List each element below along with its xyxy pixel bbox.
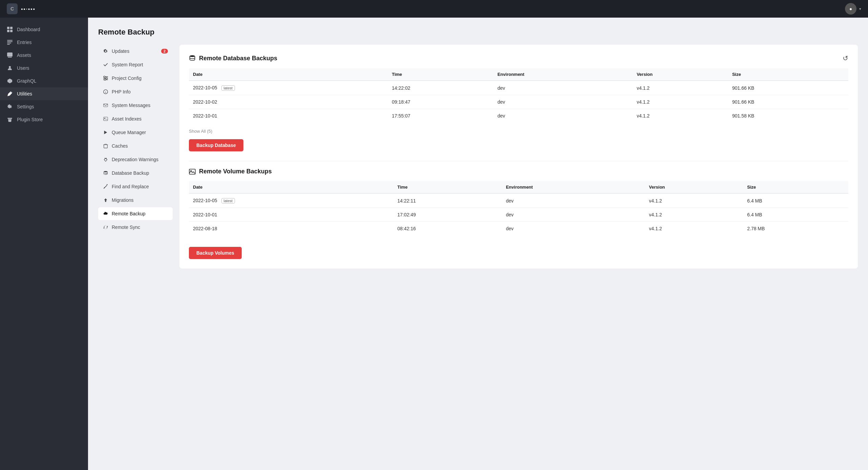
db-row-time: 09:18:47	[388, 95, 493, 109]
vol-col-version: Version	[645, 181, 743, 193]
subnav-item-project-config[interactable]: Project Config	[98, 72, 173, 85]
sidebar-label-graphql: GraphQL	[17, 78, 37, 84]
svg-rect-20	[104, 104, 108, 107]
check-icon	[103, 62, 108, 67]
subnav-item-caches[interactable]: Caches	[98, 140, 173, 152]
db-row-env: dev	[493, 81, 632, 95]
subnav-label-migrations: Migrations	[112, 197, 134, 203]
bug-icon	[103, 157, 108, 162]
refresh-icon[interactable]: ↺	[843, 54, 848, 62]
svg-point-26	[105, 158, 106, 159]
subnav-item-migrations[interactable]: Migrations	[98, 194, 173, 207]
db-show-all-link[interactable]: Show All (5)	[189, 129, 212, 134]
subnav-item-queue-manager[interactable]: Queue Manager	[98, 126, 173, 139]
db-row-time: 14:22:02	[388, 81, 493, 95]
subnav-item-deprecation-warnings[interactable]: Deprecation Warnings	[98, 153, 173, 166]
app-brand: ▪▪·▪▪▪	[21, 6, 36, 12]
sidebar-item-assets[interactable]: Assets	[0, 49, 88, 62]
subnav-label-asset-indexes: Asset Indexes	[112, 116, 142, 122]
gear-icon	[103, 48, 108, 54]
sidebar-label-dashboard: Dashboard	[17, 27, 40, 32]
envelope-icon	[103, 103, 108, 108]
svg-rect-24	[104, 145, 108, 148]
vol-row-time: 14:22:11	[393, 193, 502, 208]
subnav-item-remote-backup[interactable]: Remote Backup	[98, 207, 173, 220]
subnav-label-php-info: PHP Info	[112, 89, 131, 94]
subnav-item-system-messages[interactable]: System Messages	[98, 99, 173, 112]
sidebar-item-entries[interactable]: Entries	[0, 36, 88, 49]
main-content: Remote Backup Updates 2 System Report	[88, 18, 868, 470]
vol-table-row: 2022-10-05 latest 14:22:11 dev v4.1.2 6.…	[189, 193, 848, 208]
vol-row-time: 17:02:49	[393, 208, 502, 222]
subnav-label-updates: Updates	[112, 48, 129, 54]
app-logo: C	[7, 3, 18, 14]
svg-marker-35	[104, 198, 107, 202]
vol-section-title: Remote Volume Backups	[189, 168, 272, 175]
svg-rect-3	[10, 30, 13, 32]
cloud-icon	[103, 211, 108, 216]
subnav-item-php-info[interactable]: i PHP Info	[98, 85, 173, 98]
vol-col-time: Time	[393, 181, 502, 193]
sidebar-item-users[interactable]: Users	[0, 62, 88, 74]
vol-section-header: Remote Volume Backups	[189, 168, 848, 175]
subnav-label-database-backup: Database Backup	[112, 170, 149, 176]
sidebar-item-utilities[interactable]: Utilities	[0, 87, 88, 100]
sidebar-label-users: Users	[17, 65, 29, 71]
subnav-item-database-backup[interactable]: Database Backup	[98, 167, 173, 179]
db-row-date: 2022-10-01	[189, 109, 388, 123]
svg-point-16	[106, 78, 107, 79]
backup-database-button[interactable]: Backup Database	[189, 139, 243, 151]
info-icon: i	[103, 89, 108, 94]
topbar: C ▪▪·▪▪▪ ● ▾	[0, 0, 868, 18]
sidebar-item-dashboard[interactable]: Dashboard	[0, 23, 88, 36]
plugin-store-icon	[7, 116, 13, 123]
page-title: Remote Backup	[98, 28, 858, 37]
subnav-label-system-report: System Report	[112, 62, 143, 67]
sliders-icon	[103, 76, 108, 81]
sidebar-item-graphql[interactable]: GraphQL	[0, 74, 88, 87]
db-table-row: 2022-10-05 latest 14:22:02 dev v4.1.2 90…	[189, 81, 848, 95]
subnav-item-updates[interactable]: Updates 2	[98, 45, 173, 58]
svg-point-31	[104, 171, 108, 172]
vol-table-row: 2022-08-18 08:42:16 dev v4.1.2 2.78 MB	[189, 222, 848, 236]
subnav-item-find-replace[interactable]: Find and Replace	[98, 180, 173, 193]
db-table-row: 2022-10-01 17:55:07 dev v4.1.2 901.58 KB	[189, 109, 848, 123]
vol-row-date: 2022-10-05 latest	[189, 193, 393, 208]
subnav-label-project-config: Project Config	[112, 76, 142, 81]
trash-icon	[103, 143, 108, 149]
vol-col-env: Environment	[502, 181, 645, 193]
sidebar-label-utilities: Utilities	[17, 91, 32, 97]
db-col-env: Environment	[493, 68, 632, 81]
svg-rect-7	[7, 44, 10, 45]
svg-rect-2	[7, 30, 9, 32]
vol-table-row: 2022-10-01 17:02:49 dev v4.1.2 6.4 MB	[189, 208, 848, 222]
sidebar-label-settings: Settings	[17, 104, 34, 109]
vol-row-size: 6.4 MB	[743, 208, 848, 222]
backup-volumes-button[interactable]: Backup Volumes	[189, 247, 242, 259]
vol-row-date: 2022-10-01	[189, 208, 393, 222]
db-row-version: v4.1.2	[633, 81, 728, 95]
svg-rect-21	[104, 117, 108, 121]
main-card: Remote Database Backups ↺ Date Time Envi…	[179, 45, 858, 269]
db-col-time: Time	[388, 68, 493, 81]
sidebar-item-plugin-store[interactable]: Plugin Store	[0, 113, 88, 126]
db-table-row: 2022-10-02 09:18:47 dev v4.1.2 901.66 KB	[189, 95, 848, 109]
db-row-env: dev	[493, 109, 632, 123]
svg-rect-0	[7, 27, 9, 29]
svg-point-27	[106, 158, 107, 159]
vol-row-size: 2.78 MB	[743, 222, 848, 236]
svg-rect-8	[7, 52, 13, 57]
avatar-chevron-icon[interactable]: ▾	[859, 7, 861, 11]
svg-rect-4	[7, 40, 13, 41]
svg-rect-1	[10, 27, 13, 29]
subnav-item-system-report[interactable]: System Report	[98, 58, 173, 71]
sidebar-label-plugin-store: Plugin Store	[17, 117, 43, 122]
subnav-item-remote-sync[interactable]: Remote Sync	[98, 221, 173, 234]
vol-row-env: dev	[502, 208, 645, 222]
vol-icon	[189, 168, 196, 175]
subnav-item-asset-indexes[interactable]: Asset Indexes	[98, 112, 173, 125]
svg-rect-9	[8, 57, 12, 58]
user-avatar[interactable]: ●	[845, 3, 856, 15]
section-divider	[189, 161, 848, 161]
sidebar-item-settings[interactable]: Settings	[0, 100, 88, 113]
